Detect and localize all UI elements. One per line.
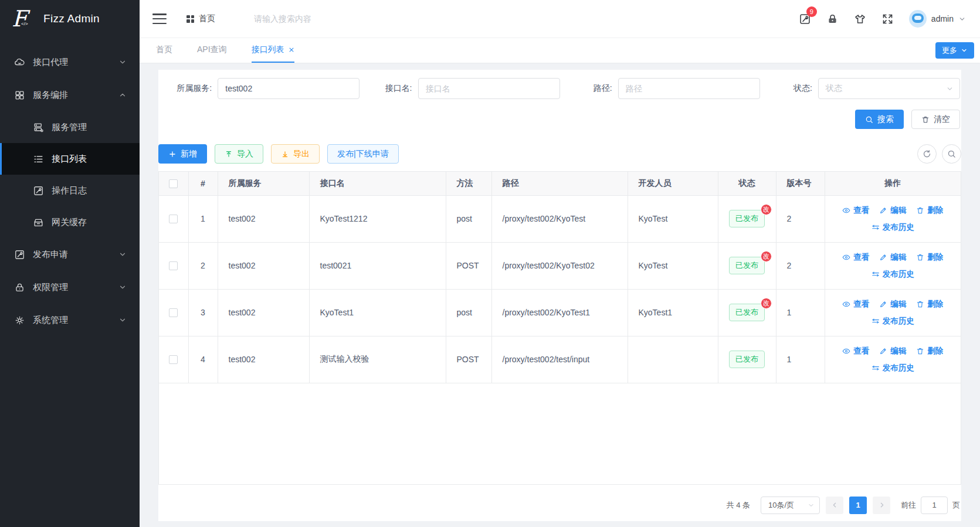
search-button[interactable]: 搜索 [855,110,904,129]
page-size-select[interactable]: 10条/页 [761,497,820,514]
close-icon[interactable] [289,47,294,53]
publish-history-link[interactable]: 发布历史 [872,363,914,373]
api-name-filter-input[interactable] [418,78,560,99]
service-filter-input[interactable] [218,78,360,99]
sidebar-item-service-management[interactable]: 服务管理 [0,111,140,143]
prev-page-button[interactable] [826,497,843,514]
publish-history-link[interactable]: 发布历史 [872,222,914,233]
row-checkbox[interactable] [169,308,178,317]
status-badge: 已发布 [729,351,765,368]
fullscreen-button[interactable] [881,13,894,25]
api-name-filter-label: 接口名: [385,83,412,94]
api-table: # 所属服务 接口名 方法 路径 开发人员 状态 版本号 操作 1 tes [158,171,961,485]
import-button[interactable]: 导入 [215,144,263,164]
trash-icon [916,300,924,308]
breadcrumb[interactable]: 首页 [186,13,215,24]
cell-version: 1 [776,289,825,336]
lock-screen-button[interactable] [826,13,839,25]
sidebar-item-service-orchestration[interactable]: 服务编排 [0,79,140,111]
edit-link[interactable]: 编辑 [879,252,906,263]
sliders-icon [872,270,880,278]
eye-icon [842,253,850,261]
row-checkbox[interactable] [169,215,178,223]
more-button[interactable]: 更多 [935,42,974,59]
eye-icon [842,300,850,308]
table-row: 1 test002 KyoTest1212 post /proxy/test00… [159,195,961,242]
export-button[interactable]: 导出 [271,144,320,164]
col-api-name: 接口名 [309,172,446,195]
pencil-icon [879,253,887,261]
column-search-button[interactable] [942,144,961,164]
user-menu[interactable]: admin [909,10,966,28]
page-number-1[interactable]: 1 [849,497,867,514]
sidebar-item-api-proxy[interactable]: 接口代理 [0,46,140,79]
cell-index: 2 [188,242,218,289]
edit-link[interactable]: 编辑 [879,299,906,310]
edit-link[interactable]: 编辑 [879,205,906,216]
table-empty-area [159,383,961,484]
sidebar-item-api-list[interactable]: 接口列表 [0,143,140,175]
theme-button[interactable] [854,13,866,25]
sidebar-item-permission-management[interactable]: 权限管理 [0,271,140,304]
cell-service: test002 [218,336,309,383]
sidebar-item-publish-request[interactable]: 发布申请 [0,238,140,271]
upload-icon [225,150,233,158]
goto-page-input[interactable] [921,497,948,514]
cell-actions: 查看 编辑 删除 发布历史 [825,289,961,336]
api-list-card: 所属服务: 接口名: 路径: 状态: 状态 [158,70,961,521]
publish-offline-request-button[interactable]: 发布|下线申请 [327,144,399,164]
pencil-icon [879,206,887,215]
page-content: 所属服务: 接口名: 路径: 状态: 状态 [140,63,980,527]
cell-method: POST [446,336,491,383]
col-path: 路径 [491,172,628,195]
delete-link[interactable]: 删除 [916,205,943,216]
path-filter-input[interactable] [618,78,760,99]
delete-link[interactable]: 删除 [916,346,943,356]
pending-tasks-button[interactable]: 9 [799,13,811,25]
chevron-down-icon [808,502,815,509]
table-header-row: # 所属服务 接口名 方法 路径 开发人员 状态 版本号 操作 [159,172,961,195]
sidebar-item-system-management[interactable]: 系统管理 [0,304,140,336]
view-link[interactable]: 查看 [842,252,869,263]
view-link[interactable]: 查看 [842,205,869,216]
sidebar-menu: 接口代理 服务编排 服务管理 接口列表 操作日志 网关缓存 [0,38,140,336]
global-search-input[interactable] [254,14,383,23]
hamburger-menu-icon[interactable] [152,13,167,24]
tab-home[interactable]: 首页 [156,38,172,63]
cell-actions: 查看 编辑 删除 发布历史 [825,336,961,383]
cell-version: 2 [776,195,825,242]
add-button[interactable]: 新增 [158,144,207,164]
cell-actions: 查看 编辑 删除 发布历史 [825,195,961,242]
service-filter-label: 所属服务: [177,83,212,94]
sliders-icon [872,223,880,232]
plus-icon [168,150,177,158]
chevron-up-icon [118,91,127,99]
row-checkbox[interactable] [169,261,178,270]
tab-api-list[interactable]: 接口列表 [252,38,294,63]
trash-icon [916,253,924,261]
tab-api-query[interactable]: API查询 [197,38,227,63]
refresh-button[interactable] [917,144,937,164]
delete-link[interactable]: 删除 [916,252,943,263]
cell-developer [628,336,718,383]
tab-bar: 首页 API查询 接口列表 更多 [140,38,980,63]
view-link[interactable]: 查看 [842,346,869,356]
row-checkbox[interactable] [169,355,178,364]
sidebar-item-operation-logs[interactable]: 操作日志 [0,175,140,206]
status-badge: 已发布 改 [729,304,765,321]
breadcrumb-home[interactable]: 首页 [199,13,215,24]
next-page-button[interactable] [873,497,890,514]
delete-link[interactable]: 删除 [916,299,943,310]
sidebar-item-gateway-cache[interactable]: 网关缓存 [0,206,140,238]
select-all-checkbox[interactable] [169,179,178,188]
edit-link[interactable]: 编辑 [879,346,906,356]
status-filter-select[interactable]: 状态 [818,78,960,99]
col-method: 方法 [446,172,491,195]
goto-label: 前往 [901,500,916,511]
cell-actions: 查看 编辑 删除 发布历史 [825,242,961,289]
publish-history-link[interactable]: 发布历史 [872,269,914,280]
status-badge: 已发布 改 [729,210,765,227]
view-link[interactable]: 查看 [842,299,869,310]
clear-button[interactable]: 清空 [911,110,960,129]
publish-history-link[interactable]: 发布历史 [872,316,914,327]
